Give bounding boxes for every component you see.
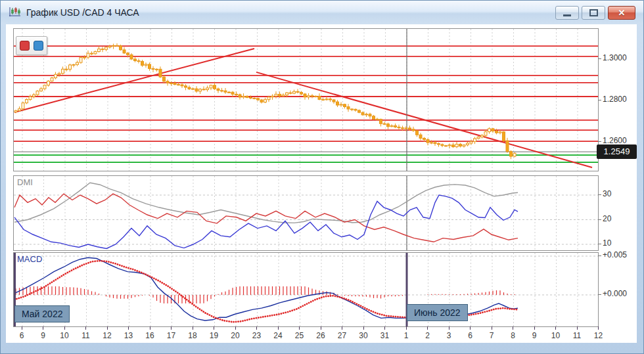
day-label: 6: [463, 331, 478, 340]
close-button[interactable]: ✕: [608, 6, 635, 20]
macd-axis-label: +0.005: [603, 250, 627, 259]
macd-axis-label: +0.000: [603, 289, 627, 298]
price-axis-tick: [598, 100, 601, 100]
day-label: 18: [185, 331, 200, 340]
day-label: 27: [334, 331, 350, 340]
day-tick: [107, 326, 108, 330]
day-tick: [85, 326, 86, 330]
month-label-june: Июнь 2022: [407, 304, 468, 321]
day-tick: [299, 326, 300, 330]
day-tick: [449, 326, 449, 330]
marker-toolbar: [16, 36, 47, 55]
day-label: 25: [292, 331, 308, 340]
dmi-axis-tick: [598, 244, 601, 244]
day-tick: [555, 326, 556, 330]
day-label: 10: [548, 331, 564, 340]
day-tick: [171, 326, 172, 330]
day-tick: [513, 326, 513, 330]
day-tick: [321, 326, 321, 330]
dmi-indicator-panel[interactable]: [13, 175, 599, 251]
dmi-axis-tick: [598, 194, 601, 195]
day-label: 23: [249, 331, 265, 340]
window-controls: ✕: [555, 6, 635, 20]
day-label: 9: [526, 331, 542, 340]
day-tick: [427, 326, 428, 330]
day-tick: [43, 326, 43, 330]
day-tick: [342, 326, 342, 330]
day-label: 9: [35, 331, 51, 340]
day-tick: [470, 326, 471, 330]
day-label: 19: [206, 331, 222, 340]
price-axis-label: 1.2600: [603, 136, 627, 145]
day-label: 2: [420, 331, 436, 340]
day-label: 3: [441, 331, 457, 340]
day-tick: [214, 326, 214, 330]
day-tick: [22, 326, 22, 330]
day-tick: [384, 326, 385, 330]
app-icon: [9, 7, 22, 18]
day-tick: [235, 326, 236, 330]
day-label: 6: [14, 331, 30, 340]
day-label: 16: [142, 331, 158, 340]
day-tick: [128, 326, 129, 330]
blue-marker-button[interactable]: [34, 41, 43, 51]
window-title: График USD /CAD 4 ЧАСА: [26, 7, 139, 18]
price-axis-tick: [598, 141, 601, 142]
day-label: 20: [227, 331, 243, 340]
maximize-icon: [589, 9, 598, 16]
day-tick: [150, 326, 150, 330]
day-label: 12: [591, 331, 607, 340]
day-label: 11: [78, 331, 94, 340]
maximize-button[interactable]: [582, 6, 605, 20]
red-marker-button[interactable]: [20, 41, 30, 51]
day-label: 8: [505, 331, 521, 340]
dmi-label: DMI: [17, 177, 33, 187]
day-tick: [363, 326, 364, 330]
day-label: 17: [164, 331, 179, 340]
close-icon: ✕: [618, 8, 626, 18]
macd-axis-tick: [598, 255, 601, 256]
price-axis-label: 1.3000: [603, 53, 627, 62]
macd-indicator-panel[interactable]: [13, 252, 599, 327]
day-label: 31: [377, 331, 393, 340]
price-axis-tick: [598, 58, 601, 59]
day-label: 10: [57, 331, 72, 340]
dmi-axis-label: 20: [603, 214, 611, 223]
day-tick: [256, 326, 257, 330]
macd-label: MACD: [17, 254, 42, 264]
day-tick: [64, 326, 65, 330]
minimize-icon: [563, 14, 571, 16]
main-price-chart[interactable]: [13, 28, 599, 171]
day-tick: [534, 326, 535, 330]
dmi-axis-tick: [598, 219, 601, 220]
price-axis-label: 1.2800: [603, 95, 627, 104]
day-tick: [406, 326, 407, 330]
day-tick: [492, 326, 492, 330]
day-label: 7: [484, 331, 499, 340]
day-label: 24: [270, 331, 286, 340]
day-tick: [577, 326, 578, 330]
day-tick: [193, 326, 193, 330]
dmi-axis-label: 30: [603, 189, 611, 198]
chart-window: График USD /CAD 4 ЧАСА ✕ DMI MACD Май 20…: [0, 0, 644, 354]
day-tick: [598, 326, 599, 330]
day-tick: [278, 326, 279, 330]
day-label: 26: [313, 331, 329, 340]
month-label-may: Май 2022: [14, 305, 70, 322]
day-label: 13: [121, 331, 137, 340]
day-label: 1: [398, 331, 414, 340]
day-label: 30: [356, 331, 371, 340]
current-price-tag: 1.2549: [597, 144, 637, 159]
day-label: 11: [569, 331, 585, 340]
titlebar[interactable]: График USD /CAD 4 ЧАСА: [1, 1, 643, 24]
dmi-axis-label: 10: [603, 238, 611, 248]
macd-axis-tick: [598, 294, 601, 295]
minimize-button[interactable]: [555, 6, 579, 20]
day-label: 12: [99, 331, 115, 340]
